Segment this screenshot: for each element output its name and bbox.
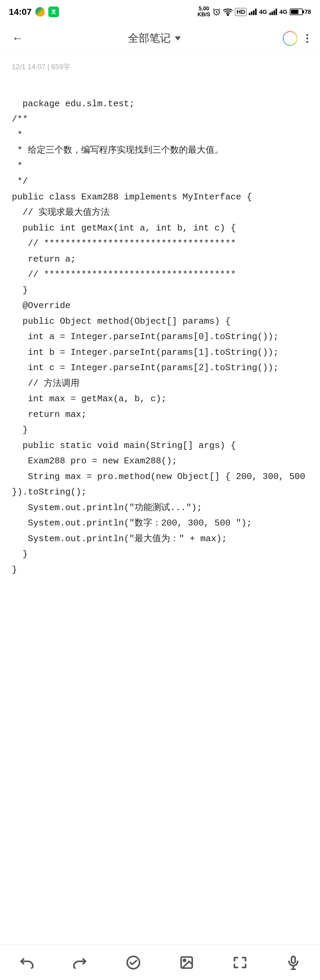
app-bar-center: 全部笔记 — [128, 31, 181, 46]
signal-46 — [269, 9, 277, 15]
app-icon: 支 — [48, 6, 59, 17]
redo-button[interactable] — [68, 951, 92, 974]
status-time: 14:07 — [9, 7, 32, 17]
status-right: 5.00 KB/S HD 4G 4G — [197, 6, 311, 18]
redo-icon — [73, 955, 87, 970]
wifi-icon — [223, 8, 233, 16]
more-dot-2 — [306, 38, 308, 39]
dropdown-arrow-icon[interactable] — [175, 37, 181, 41]
note-meta-text: 12/1 14:07 | 659字 — [12, 63, 70, 71]
signal-4g — [249, 9, 257, 15]
mic-button[interactable] — [282, 951, 305, 974]
more-menu-button[interactable] — [303, 31, 311, 46]
battery-icon: 78 — [290, 9, 311, 15]
svg-rect-5 — [291, 956, 295, 963]
mic-icon — [286, 955, 301, 970]
more-dot-3 — [306, 41, 308, 43]
app-bar-right — [283, 31, 311, 46]
check-icon — [126, 955, 141, 970]
frame-button[interactable] — [228, 951, 252, 974]
network-type-2: 4G — [279, 9, 287, 15]
check-button[interactable] — [122, 951, 145, 974]
globe-icon — [35, 7, 45, 17]
undo-icon — [19, 955, 34, 970]
theme-circle-icon[interactable] — [283, 31, 298, 46]
battery-percent: 78 — [305, 9, 311, 15]
svg-point-1 — [227, 14, 229, 15]
status-bar: 14:07 支 5.00 KB/S HD 4G — [0, 0, 320, 24]
app-bar-title: 全部笔记 — [128, 31, 171, 46]
hd-badge: HD — [235, 8, 246, 16]
meta-info: 12/1 14:07 | 659字 — [0, 53, 320, 75]
frame-icon — [233, 955, 247, 970]
image-icon — [179, 955, 194, 970]
bottom-nav — [0, 945, 320, 980]
code-content[interactable]: package edu.slm.test; /** * * 给定三个数，编写程序… — [0, 75, 320, 589]
alarm-icon — [213, 8, 221, 16]
network-type-1: 4G — [259, 9, 267, 15]
code-text: package edu.slm.test; /** * * 给定三个数，编写程序… — [12, 99, 310, 575]
more-dot-1 — [306, 34, 308, 36]
back-button[interactable]: ← — [9, 29, 26, 48]
svg-point-4 — [184, 959, 186, 961]
network-speed: 5.00 KB/S — [197, 6, 210, 18]
image-button[interactable] — [175, 951, 198, 974]
undo-button[interactable] — [15, 951, 38, 974]
status-left: 14:07 支 — [9, 6, 59, 17]
app-bar: ← 全部笔记 — [0, 24, 320, 53]
